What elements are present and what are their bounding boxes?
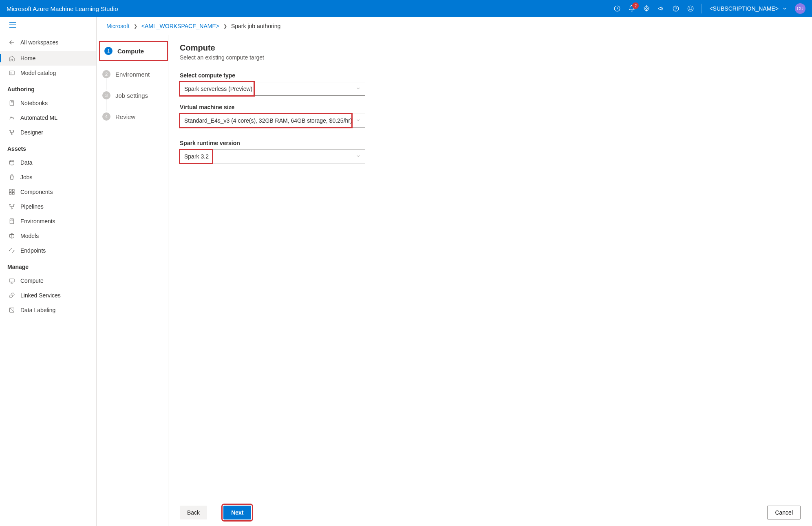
svg-point-11	[11, 134, 13, 135]
arrow-left-icon	[8, 39, 15, 46]
compute-type-select[interactable]: Spark serverless (Preview)	[180, 82, 365, 96]
sidebar: All workspaces Home Model catalog Author…	[0, 17, 97, 526]
pipelines-icon	[8, 203, 15, 210]
cancel-button[interactable]: Cancel	[767, 506, 801, 519]
chevron-down-icon	[356, 86, 361, 92]
sidebar-item-automated-ml[interactable]: Automated ML	[0, 110, 96, 125]
sidebar-item-model-catalog[interactable]: Model catalog	[0, 66, 96, 80]
sidebar-item-home[interactable]: Home	[0, 51, 96, 66]
back-button[interactable]: Back	[180, 506, 207, 519]
environments-icon	[8, 218, 15, 225]
next-button[interactable]: Next	[223, 506, 251, 519]
sidebar-item-environments[interactable]: Environments	[0, 214, 96, 229]
step-label: Job settings	[115, 92, 148, 99]
sidebar-item-endpoints[interactable]: Endpoints	[0, 243, 96, 258]
step-label: Environment	[115, 71, 150, 78]
components-icon	[8, 188, 15, 196]
form-footer: Back Next Cancel	[180, 506, 801, 519]
compute-type-label: Select compute type	[180, 72, 801, 79]
all-workspaces-link[interactable]: All workspaces	[0, 34, 96, 51]
sidebar-item-label: Notebooks	[20, 100, 48, 106]
vm-size-select[interactable]: Standard_E4s_v3 (4 core(s), 32GB RAM, 64…	[180, 114, 365, 128]
svg-rect-21	[11, 220, 13, 221]
step-review[interactable]: 4 Review	[102, 109, 168, 130]
svg-point-3	[676, 10, 676, 10]
step-environment[interactable]: 2 Environment	[102, 67, 168, 88]
link-icon	[8, 292, 15, 299]
sidebar-item-designer[interactable]: Designer	[0, 125, 96, 140]
svg-point-19	[11, 208, 13, 209]
form-title: Compute	[180, 43, 801, 53]
all-workspaces-label: All workspaces	[20, 39, 58, 46]
chevron-down-icon	[782, 6, 788, 11]
endpoints-icon	[8, 247, 15, 254]
svg-point-17	[9, 204, 11, 205]
runtime-select[interactable]: Spark 3.2	[180, 150, 365, 163]
help-icon[interactable]	[672, 5, 680, 12]
sidebar-item-components[interactable]: Components	[0, 185, 96, 199]
sidebar-item-models[interactable]: Models	[0, 229, 96, 243]
sidebar-item-label: Automated ML	[20, 114, 57, 121]
step-label: Review	[115, 113, 135, 120]
chevron-down-icon	[356, 117, 361, 124]
megaphone-icon[interactable]	[658, 5, 665, 12]
sidebar-item-label: Jobs	[20, 174, 33, 180]
sidebar-item-data[interactable]: Data	[0, 155, 96, 170]
avatar[interactable]: CU	[795, 3, 805, 14]
breadcrumb-root[interactable]: Microsoft	[106, 23, 130, 29]
svg-point-10	[13, 130, 14, 132]
svg-point-4	[688, 6, 694, 11]
sidebar-item-label: Endpoints	[20, 247, 46, 254]
breadcrumb-workspace[interactable]: <AML_WORKSPACE_NAME>	[141, 23, 219, 29]
subscription-name: <SUBSCRIPTION_NAME>	[709, 5, 779, 12]
home-icon	[8, 55, 15, 62]
clock-icon[interactable]	[613, 5, 621, 12]
automl-icon	[8, 114, 15, 121]
bell-icon[interactable]: 2	[628, 5, 635, 12]
svg-point-5	[690, 8, 690, 8]
svg-rect-15	[9, 192, 11, 194]
form-subtitle: Select an existing compute target	[180, 54, 801, 61]
sidebar-item-notebooks[interactable]: Notebooks	[0, 96, 96, 110]
compute-type-value: Spark serverless (Preview)	[184, 86, 252, 92]
gear-icon[interactable]	[643, 5, 650, 12]
header-divider	[702, 4, 702, 13]
app-title: Microsoft Azure Machine Learning Studio	[7, 5, 613, 12]
data-icon	[8, 159, 15, 166]
sidebar-item-label: Components	[20, 189, 53, 195]
subscription-dropdown[interactable]: <SUBSCRIPTION_NAME>	[709, 5, 788, 12]
step-number: 4	[102, 112, 110, 121]
step-number: 2	[102, 70, 110, 78]
vm-size-value: Standard_E4s_v3 (4 core(s), 32GB RAM, 64…	[184, 117, 352, 124]
sidebar-item-compute[interactable]: Compute	[0, 273, 96, 288]
sidebar-item-linked-services[interactable]: Linked Services	[0, 288, 96, 303]
content-area: Microsoft ❯ <AML_WORKSPACE_NAME> ❯ Spark…	[97, 17, 812, 526]
step-number: 3	[102, 91, 110, 99]
sidebar-item-pipelines[interactable]: Pipelines	[0, 199, 96, 214]
sidebar-item-label: Designer	[20, 129, 43, 136]
sidebar-item-label: Environments	[20, 218, 55, 224]
notebook-icon	[8, 99, 15, 107]
notification-badge: 2	[632, 2, 639, 9]
runtime-label: Spark runtime version	[180, 140, 801, 146]
sidebar-item-data-labeling[interactable]: Data Labeling	[0, 303, 96, 317]
wizard-steps: 1 Compute 2 Environment 3 Job settings 4…	[97, 35, 168, 526]
smile-icon[interactable]	[687, 5, 694, 12]
menu-toggle-icon[interactable]	[0, 17, 96, 34]
step-job-settings[interactable]: 3 Job settings	[102, 88, 168, 109]
svg-point-1	[646, 8, 648, 10]
step-number: 1	[104, 47, 113, 55]
svg-rect-20	[10, 219, 13, 224]
step-compute[interactable]: 1 Compute	[104, 44, 163, 58]
chevron-down-icon	[356, 153, 361, 160]
runtime-value: Spark 3.2	[184, 153, 209, 160]
sidebar-item-label: Data Labeling	[20, 307, 55, 313]
models-icon	[8, 232, 15, 240]
svg-rect-8	[10, 101, 13, 106]
sidebar-section-manage: Manage	[0, 258, 96, 273]
step-label: Compute	[117, 48, 144, 55]
breadcrumb-current: Spark job authoring	[231, 23, 280, 29]
app-header: Microsoft Azure Machine Learning Studio …	[0, 0, 812, 17]
sidebar-item-jobs[interactable]: Jobs	[0, 170, 96, 185]
svg-rect-14	[12, 189, 14, 191]
